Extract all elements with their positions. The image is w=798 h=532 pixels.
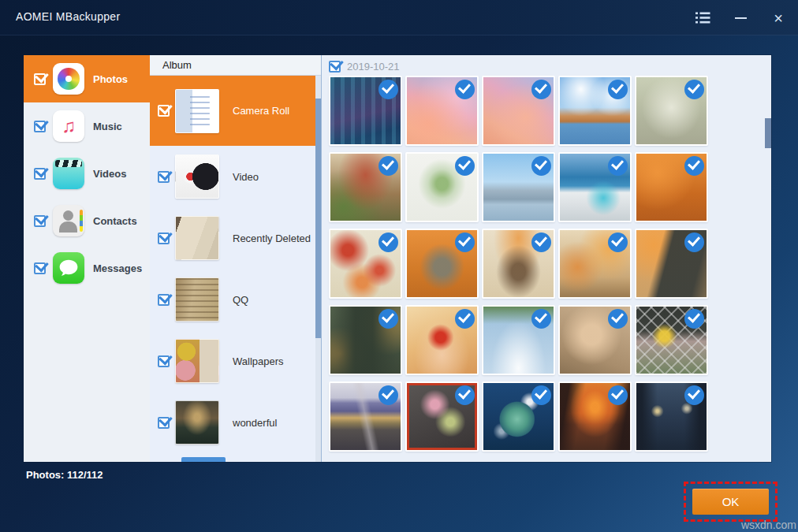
photo-selected-check-badge[interactable] bbox=[608, 80, 628, 99]
photo-selected-check-badge[interactable] bbox=[684, 80, 704, 99]
photo-selected-check-badge[interactable] bbox=[531, 385, 551, 405]
album-scrollbar[interactable] bbox=[315, 76, 321, 462]
photo-thumbnail-shanghai-skyline[interactable] bbox=[482, 152, 555, 222]
grid-scrollbar-thumb[interactable] bbox=[765, 118, 771, 148]
album-item-qq[interactable]: QQ bbox=[150, 269, 321, 330]
photo-thumbnail-blossoms-red-frame[interactable] bbox=[405, 381, 479, 452]
album-item-wonderful[interactable]: wonderful bbox=[150, 392, 321, 453]
checkbox[interactable] bbox=[34, 215, 46, 227]
album-thumbnail bbox=[175, 339, 219, 383]
album-item-camera-roll[interactable]: Camera Roll bbox=[150, 76, 321, 146]
photo-thumbnail-night-city-street[interactable] bbox=[635, 381, 708, 452]
date-label: 2019-10-21 bbox=[347, 61, 400, 73]
checkbox[interactable] bbox=[158, 417, 170, 429]
sidebar-item-messages[interactable]: Messages bbox=[24, 244, 150, 292]
photo-selected-check-badge[interactable] bbox=[531, 80, 551, 99]
album-item-label: wonderful bbox=[233, 417, 277, 429]
photo-thumbnail-santorini-pool[interactable] bbox=[558, 152, 632, 222]
album-scrollbar-thumb[interactable] bbox=[315, 99, 321, 338]
checkbox[interactable] bbox=[34, 73, 46, 85]
checkbox[interactable] bbox=[158, 171, 170, 183]
photo-selected-check-badge[interactable] bbox=[455, 309, 475, 329]
checkbox[interactable] bbox=[158, 233, 170, 244]
checkbox[interactable] bbox=[34, 168, 46, 180]
contacts-icon bbox=[53, 205, 84, 236]
photo-thumbnail-lakeside-town[interactable] bbox=[558, 76, 632, 146]
sidebar-item-music[interactable]: ♫Music bbox=[24, 102, 150, 150]
titlebar: AOMEI MBackupper × bbox=[0, 0, 798, 35]
close-icon[interactable]: × bbox=[768, 8, 789, 28]
sidebar-item-label: Photos bbox=[93, 73, 128, 85]
photo-thumbnail-tree-trunk-autumn[interactable] bbox=[329, 305, 402, 375]
photo-selected-check-badge[interactable] bbox=[378, 156, 398, 176]
photo-thumbnail-yellow-rose-lattice-window[interactable] bbox=[635, 305, 708, 375]
sidebar-item-label: Contacts bbox=[93, 215, 137, 227]
window-title: AOMEI MBackupper bbox=[16, 10, 120, 23]
photo-selected-check-badge[interactable] bbox=[684, 156, 704, 176]
photo-thumbnail-sunset-street[interactable] bbox=[558, 381, 632, 452]
photo-selected-check-badge[interactable] bbox=[684, 309, 704, 329]
photo-thumbnail-mountain-road[interactable] bbox=[329, 381, 402, 452]
photo-thumbnail-red-maple-leaves[interactable] bbox=[329, 229, 402, 299]
app-window: AOMEI MBackupper × Photos♫MusicVideosCon… bbox=[0, 0, 798, 532]
sidebar-item-label: Music bbox=[93, 121, 122, 132]
album-next-item-peek bbox=[181, 457, 226, 462]
photo-selected-check-badge[interactable] bbox=[378, 309, 398, 329]
photo-thumbnail-hand-holding-red-leaf[interactable] bbox=[405, 305, 479, 375]
checkbox[interactable] bbox=[34, 121, 46, 132]
photo-selected-check-badge[interactable] bbox=[531, 233, 551, 252]
photo-selected-check-badge[interactable] bbox=[378, 233, 398, 252]
sidebar-item-photos[interactable]: Photos bbox=[24, 55, 150, 102]
checkbox[interactable] bbox=[158, 294, 170, 306]
photo-thumbnail-autumn-dark-shed[interactable] bbox=[635, 229, 708, 299]
photo-thumbnail-stone-lantern-autumn[interactable] bbox=[405, 229, 479, 299]
photo-selected-check-badge[interactable] bbox=[608, 309, 628, 329]
photo-selected-check-badge[interactable] bbox=[378, 385, 398, 405]
photo-thumbnail-autumn-garden-trees[interactable] bbox=[558, 229, 632, 299]
album-item-label: Wallpapers bbox=[233, 355, 284, 367]
ok-button[interactable]: OK bbox=[692, 489, 769, 515]
photo-thumbnail-countryside-road[interactable] bbox=[635, 76, 708, 146]
checkbox[interactable] bbox=[34, 262, 46, 274]
photo-thumbnail-japanese-gate-autumn[interactable] bbox=[482, 229, 555, 299]
photo-selected-check-badge[interactable] bbox=[531, 156, 551, 176]
photo-selected-check-badge[interactable] bbox=[684, 233, 704, 252]
photo-thumbnail-pink-sunset-clouds-2[interactable] bbox=[482, 76, 555, 146]
category-sidebar: Photos♫MusicVideosContactsMessages bbox=[24, 55, 150, 462]
album-item-recently-deleted[interactable]: Recently Deleted bbox=[150, 207, 321, 269]
album-item-video[interactable]: Video bbox=[150, 146, 321, 207]
sidebar-item-contacts[interactable]: Contacts bbox=[24, 197, 150, 244]
album-column: Album Camera RollVideoRecently DeletedQQ… bbox=[150, 55, 322, 462]
photo-thumbnail-anime-cottage[interactable] bbox=[329, 152, 402, 222]
date-group-checkbox[interactable] bbox=[329, 61, 341, 73]
sidebar-item-label: Videos bbox=[93, 168, 126, 180]
photo-thumbnail-neon-city-night[interactable] bbox=[329, 76, 402, 146]
photo-thumbnail-withered-flower-sepia[interactable] bbox=[558, 305, 632, 375]
photo-selected-check-badge[interactable] bbox=[378, 80, 398, 99]
checkbox[interactable] bbox=[158, 105, 170, 117]
album-item-wallpapers[interactable]: Wallpapers bbox=[150, 330, 321, 392]
photo-selected-check-badge[interactable] bbox=[455, 233, 475, 252]
photo-selected-check-badge[interactable] bbox=[684, 385, 704, 405]
sidebar-item-videos[interactable]: Videos bbox=[24, 150, 150, 197]
photo-selected-check-badge[interactable] bbox=[455, 80, 475, 99]
photo-thumbnail-pink-sunset-clouds-1[interactable] bbox=[405, 76, 479, 146]
photo-selected-check-badge[interactable] bbox=[608, 385, 628, 405]
photo-selected-check-badge[interactable] bbox=[455, 156, 475, 176]
minimize-icon[interactable] bbox=[730, 8, 751, 28]
photo-selected-check-badge[interactable] bbox=[455, 385, 475, 405]
videos-icon bbox=[53, 158, 84, 189]
photo-thumbnail-watercolor-tree-deer[interactable] bbox=[405, 152, 479, 222]
photo-thumbnail-miniature-planet[interactable] bbox=[482, 381, 555, 452]
photo-thumbnail-sky-through-leaves[interactable] bbox=[482, 305, 555, 375]
album-thumbnail bbox=[175, 216, 219, 260]
checkbox[interactable] bbox=[158, 355, 170, 367]
photo-thumbnail-maple-leaves-blur[interactable] bbox=[635, 152, 708, 222]
photo-selected-check-badge[interactable] bbox=[531, 309, 551, 329]
photo-selected-check-badge[interactable] bbox=[608, 233, 628, 252]
photo-selected-check-badge[interactable] bbox=[608, 156, 628, 176]
music-icon: ♫ bbox=[53, 110, 84, 142]
menu-list-icon[interactable] bbox=[692, 8, 713, 28]
album-item-label: QQ bbox=[233, 294, 248, 306]
photo-grid bbox=[322, 76, 771, 452]
